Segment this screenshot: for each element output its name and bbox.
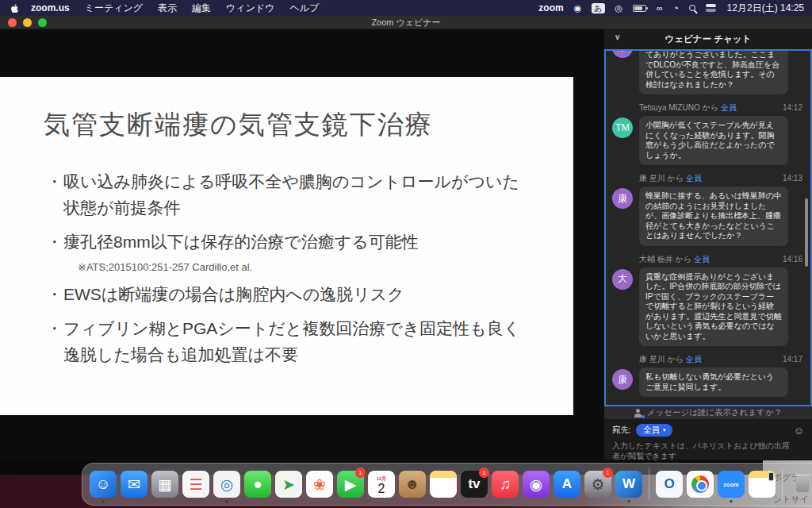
chat-compose-area: 宛先: 全員 ▾ ☺ 入力したテキストは、パネリストおよび他の出席者が閲覧できま… — [604, 419, 812, 460]
message-time: 14:12 — [783, 103, 802, 112]
dock-item-mail[interactable]: ✉ — [120, 467, 148, 502]
chat-message: 大輔 栃井 から 全員14:16大貴重な症例提示ありがとうございました。IP合併… — [612, 254, 802, 347]
notification-badge: 1 — [355, 468, 366, 478]
message-header: 大輔 栃井 から 全員14:16 — [639, 254, 802, 265]
chrome-icon — [687, 471, 714, 498]
outlook-icon: O — [656, 471, 683, 498]
status-utility-icon[interactable]: ◎ — [615, 4, 623, 13]
menubar-datetime[interactable]: 12月2日(土) 14:25 — [727, 2, 804, 15]
menu-item[interactable]: 編集 — [192, 2, 211, 15]
dock-item-facetime[interactable]: ▶1 — [336, 467, 365, 502]
screen-record-icon[interactable]: ◉ — [574, 4, 582, 13]
avatar: 大 — [612, 269, 633, 290]
message-bubble: 小開胸が低くてステープル先が見えにくくなった経験があります。開胸窓がもう少し高位… — [639, 116, 788, 165]
dock-item-zoom[interactable]: zoom — [717, 467, 745, 502]
slide-bullet: ・フィブリン糊とPGAシートだと複数回治療でき固定性も良く逸脱した場合も追加処置… — [46, 315, 573, 368]
launchpad-icon: ▦ — [151, 471, 178, 498]
dock-item-chrome[interactable] — [686, 467, 714, 502]
apple-menu-icon[interactable] — [10, 3, 20, 13]
zoom-window: Zoom ウェビナー 気管支断端瘻の気管支鏡下治療 ・吸い込み肺炎による呼吸不全… — [0, 16, 812, 460]
caret-down-icon: ▾ — [663, 427, 666, 433]
input-source-icon[interactable]: あ — [592, 3, 604, 13]
notification-badge: 1 — [603, 468, 613, 478]
chevron-down-icon[interactable]: ∨ — [615, 33, 620, 41]
dock-item-word[interactable]: W — [615, 467, 643, 502]
dock-item-tv[interactable]: tv1 — [460, 467, 488, 502]
chat-message: 康 星川 から 全員14:17康私も切離しない勇気が必要だというご意見に賛同しま… — [612, 354, 802, 397]
contacts-icon: ☻ — [399, 471, 426, 498]
menu-items: zoom.usミーティング表示編集ウィンドウヘルプ — [31, 2, 319, 15]
menubar-zoom-label[interactable]: zoom — [538, 2, 563, 13]
link-status-icon[interactable]: ∞ — [657, 4, 663, 13]
running-indicator — [628, 500, 630, 502]
dock-item-safari[interactable]: ◎ — [213, 467, 241, 502]
chat-scrollbar[interactable] — [805, 198, 808, 267]
avatar: 康 — [612, 49, 633, 58]
slide-bullet-line: 逸脱した場合も追加処置は不要 — [63, 341, 573, 368]
dock-item-launchpad[interactable]: ▦ — [151, 467, 179, 502]
message-sender: Tetsuya MIZUNO から — [639, 102, 718, 114]
slide-bullet-line: 吸い込み肺炎による呼吸不全や膿胸のコントロールがついた — [63, 168, 573, 194]
message-sender: 康 星川 から — [639, 354, 684, 365]
chat-header: ∨ ウェビナー チャット — [604, 29, 812, 49]
dock-item-reminders[interactable]: ☰ — [182, 467, 210, 502]
dock-item-settings[interactable]: ⚙1 — [584, 467, 612, 502]
person-icon — [634, 409, 642, 417]
bullet-marker: ・ — [46, 229, 63, 255]
music-icon: ♫ — [492, 471, 519, 498]
word-icon: W — [615, 471, 642, 498]
message-visibility-hint: メッセージは誰に表示されますか？ — [604, 406, 812, 419]
slide-citation: ※ATS;2015100:251-257 Cardillo,et al. — [78, 261, 573, 273]
appstore-icon: A — [553, 471, 580, 498]
fullscreen-window-button[interactable] — [38, 18, 47, 27]
clock-status-icon[interactable]: ◔ — [673, 4, 679, 13]
minimize-window-button[interactable] — [23, 18, 32, 27]
message-sender: 大輔 栃井 から — [639, 254, 691, 265]
window-titlebar[interactable]: Zoom ウェビナー — [0, 16, 812, 29]
search-icon[interactable] — [689, 5, 695, 11]
slide-bullet-line: 状態が前提条件 — [63, 194, 573, 221]
menu-bar: zoom.usミーティング表示編集ウィンドウヘルプ zoom ◉ あ ◎ ∞ ◔… — [0, 0, 812, 16]
menu-item[interactable]: 表示 — [158, 2, 177, 15]
reminders-icon: ☰ — [182, 471, 209, 498]
dock-item-music[interactable]: ♫ — [491, 467, 519, 502]
dock: ☺✉▦☰◎●➤❀▶112月2☻tv1♫◉A⚙1WOzoom — [82, 463, 812, 506]
dock-item-contacts[interactable]: ☻ — [398, 467, 427, 502]
slide-bullet-line: 瘻孔径8mm以下は保存的治療で治癒する可能性 — [63, 229, 573, 255]
menu-item[interactable]: ミーティング — [85, 2, 143, 15]
menu-item[interactable]: ウィンドウ — [226, 2, 274, 15]
emoji-button[interactable]: ☺ — [794, 425, 804, 436]
menu-item[interactable]: ヘルプ — [289, 2, 319, 15]
dock-item-notes[interactable] — [429, 467, 458, 502]
maps-icon: ➤ — [275, 471, 302, 498]
chat-header-title: ウェビナー チャット — [665, 33, 752, 45]
safari-icon: ◎ — [213, 471, 240, 498]
close-window-button[interactable] — [8, 18, 17, 27]
message-bubble: 貴重な症例提示ありがとうございました。IP合併の肺底部の部分切除ではIPで固く、… — [639, 267, 788, 347]
battery-icon[interactable] — [633, 5, 646, 12]
slide-body: ・吸い込み肺炎による呼吸不全や膿胸のコントロールがついた状態が前提条件・瘻孔径8… — [46, 168, 573, 368]
chat-input[interactable]: 入力したテキストは、パネリストおよび他の出席者が閲覧できます — [612, 441, 804, 461]
to-label: 宛先: — [612, 425, 631, 436]
dock-item-podcasts[interactable]: ◉ — [522, 467, 550, 502]
dock-item-photos[interactable]: ❀ — [305, 467, 334, 502]
bullet-marker: ・ — [46, 168, 63, 221]
dock-item-calendar[interactable]: 12月2 — [367, 467, 396, 502]
running-indicator — [226, 500, 228, 502]
control-center-icon[interactable] — [706, 4, 717, 12]
dock-item-messages[interactable]: ● — [243, 467, 272, 502]
dock-item-iphone-mirroring[interactable] — [748, 467, 776, 502]
podcasts-icon: ◉ — [523, 471, 550, 498]
dock-separator — [649, 468, 649, 500]
dock-item-maps[interactable]: ➤ — [274, 467, 303, 502]
chat-message: 康 星川 から 全員14:13康蜂巣肺に接する、あるいは蜂巣肺の中の結節のように… — [612, 173, 802, 246]
slide-bullet: ・吸い込み肺炎による呼吸不全や膿胸のコントロールがついた状態が前提条件 — [46, 168, 573, 221]
message-bubble: こういう困難例を提示していただいてありがとうございました。ここまでDLCOが不良… — [639, 49, 788, 94]
dock-item-trash[interactable] — [788, 467, 812, 502]
dock-item-appstore[interactable]: A — [553, 467, 581, 502]
recipient-dropdown[interactable]: 全員 ▾ — [636, 424, 673, 437]
dock-item-outlook[interactable]: O — [655, 467, 684, 502]
chat-message-list[interactable]: デザインが難しかったのではないかと感じました。適宜ステープルを曲げるか下位肋間か… — [604, 49, 812, 406]
dock-item-finder[interactable]: ☺ — [89, 467, 117, 502]
menu-item[interactable]: zoom.us — [31, 2, 70, 13]
